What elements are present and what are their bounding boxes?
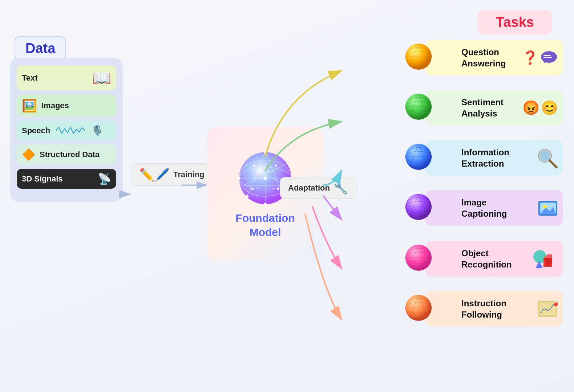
svg-point-18	[275, 164, 277, 167]
foundation-model-title: FoundationModel	[235, 211, 295, 239]
images-label: Images	[41, 101, 69, 110]
qa-label: Question Answering	[461, 46, 506, 69]
task-card-sentiment: Sentiment Analysis 😡 😊	[425, 90, 563, 126]
svg-point-17	[253, 164, 255, 167]
data-item-images: 🖼️ Images	[17, 95, 116, 117]
structured-label: Structured Data	[40, 150, 100, 159]
imgcap-icons	[538, 199, 558, 217]
data-item-speech: Speech 🎙️	[17, 121, 116, 140]
objrec-sphere-icon	[404, 243, 433, 272]
qa-icons: ❓	[522, 50, 558, 66]
task-card-instruction-following: Instruction Following	[425, 291, 563, 327]
speech-wave-icon	[56, 126, 85, 136]
img-cap-label: Image Captioning	[461, 197, 507, 219]
sentiment-label: Sentiment Analysis	[461, 97, 504, 119]
qa-sphere-icon	[404, 42, 433, 71]
shapes-icon	[533, 248, 558, 270]
instr-icons	[537, 299, 558, 318]
svg-rect-31	[543, 57, 552, 58]
objrec-icons	[533, 248, 558, 270]
task-card-info-extraction: Information Extraction	[425, 140, 563, 176]
svg-point-20	[277, 188, 279, 190]
speech-label: Speech	[22, 126, 50, 135]
data-section-title: Data	[15, 36, 66, 61]
info-ext-label: Information Extraction	[461, 147, 509, 169]
sentiment-icons: 😡 😊	[522, 100, 558, 116]
adaptation-box: Adaptation 🔧	[280, 177, 356, 199]
training-label: Training	[173, 170, 205, 179]
svg-point-14	[238, 177, 240, 180]
magnify-icon	[536, 147, 558, 169]
svg-point-21	[263, 176, 267, 180]
task-card-qa: Question Answering ❓	[425, 40, 563, 75]
photo-icon	[538, 199, 558, 217]
qa-chat-icon	[540, 50, 558, 66]
svg-point-45	[540, 151, 550, 161]
signals-label: 3D Signals	[22, 174, 62, 184]
info-sphere-icon	[404, 142, 433, 171]
text-label: Text	[22, 73, 38, 83]
svg-point-16	[264, 203, 267, 206]
data-panel: Text 📖 🖼️ Images Speech 🎙️ 🔶 Structured …	[10, 58, 123, 202]
tasks-title: Tasks	[478, 10, 552, 34]
imgcap-sphere-icon	[404, 192, 433, 221]
task-card-object-recognition: Object Recognition	[425, 241, 563, 277]
svg-line-46	[550, 160, 557, 167]
task-card-image-captioning: Image Captioning	[425, 190, 563, 226]
training-box: ✏️🖊️ Training	[131, 163, 213, 186]
info-ext-icons	[536, 147, 558, 169]
svg-point-11	[264, 151, 267, 154]
svg-point-12	[246, 195, 248, 198]
map-icon	[537, 299, 558, 318]
svg-point-19	[251, 188, 254, 190]
obj-rec-label: Object Recognition	[461, 248, 512, 270]
adaptation-label: Adaptation	[288, 183, 330, 193]
data-item-structured: 🔶 Structured Data	[17, 144, 116, 164]
svg-rect-30	[543, 55, 551, 56]
data-item-3d-signals: 3D Signals 📡	[17, 169, 116, 189]
sentiment-sphere-icon	[404, 92, 433, 121]
data-item-text: Text 📖	[17, 65, 116, 90]
instr-sphere-icon	[404, 293, 433, 322]
instr-label: Instruction Following	[461, 298, 506, 320]
